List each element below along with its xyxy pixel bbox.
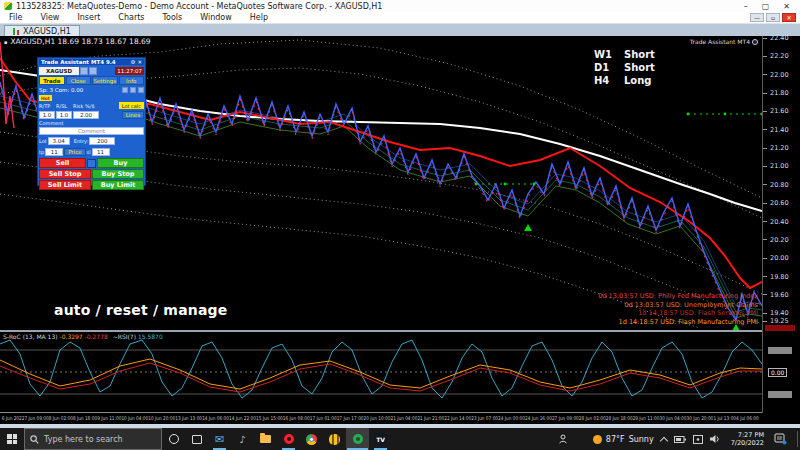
- panel-tab-close[interactable]: Close: [66, 76, 92, 85]
- time-axis-label: 10 Jun 04:00: [121, 415, 148, 421]
- start-button[interactable]: [0, 428, 24, 450]
- risk-input[interactable]: 2.00: [73, 111, 99, 119]
- panel-settings-gear-icon[interactable]: ⚙: [130, 59, 135, 65]
- bias-row: D1Short: [594, 61, 655, 74]
- price-tick: 21.00: [763, 162, 800, 170]
- time-axis-label: 1 Jul 13:00: [713, 415, 736, 421]
- volume-icon[interactable]: [710, 434, 721, 444]
- panel-mini-button-2[interactable]: [89, 67, 97, 75]
- panel-tab-info[interactable]: Info: [119, 76, 145, 85]
- price-tick: 22.20: [763, 52, 800, 60]
- buy-button[interactable]: Buy: [97, 158, 144, 168]
- windows-taskbar: Type here to search ✉ ♪ TV 87°F Sunny: [0, 428, 800, 450]
- tick-mark-icon: [763, 258, 767, 259]
- chart-close-button[interactable]: ✕: [782, 13, 796, 22]
- panel-eye-icon[interactable]: [122, 87, 128, 93]
- taskbar-search-box[interactable]: Type here to search: [24, 428, 162, 450]
- menu-charts[interactable]: Charts: [109, 13, 153, 22]
- panel-mini-button-1[interactable]: [80, 67, 88, 75]
- menu-insert[interactable]: Insert: [68, 13, 109, 22]
- weather-widget[interactable]: 87°F Sunny: [593, 435, 654, 444]
- sl-label: sl: [87, 149, 91, 155]
- metatrader-app-icon[interactable]: [346, 428, 369, 450]
- sell-button[interactable]: Sell: [39, 158, 86, 168]
- lot-calc-button[interactable]: Lot calc: [119, 102, 144, 109]
- ime-indicator-icon[interactable]: [693, 435, 703, 444]
- price-tick-label: 21.20: [770, 144, 789, 152]
- sell-limit-button[interactable]: Sell Limit: [39, 180, 91, 190]
- menu-view[interactable]: View: [31, 13, 68, 22]
- order-mode-toggle[interactable]: [87, 159, 96, 168]
- time-axis-label: 17 Jun 01:00: [310, 415, 337, 421]
- panel-tab-settings[interactable]: Settings: [92, 76, 118, 85]
- tick-mark-icon: [763, 221, 767, 222]
- task-view-icon[interactable]: [185, 428, 208, 450]
- time-axis-label: 30 Jun 20:00: [686, 415, 713, 421]
- hidden-icons-chevron[interactable]: [659, 436, 667, 444]
- panel-alert-icon[interactable]: [138, 87, 144, 93]
- people-icon[interactable]: [552, 428, 575, 450]
- lines-button[interactable]: Lines: [122, 111, 144, 119]
- panel-title-bar[interactable]: Trade Assistant MT4 9.4 ⚙ ✕: [39, 59, 144, 65]
- chart-area[interactable]: ▪ XAGUSD,H1 18.69 18.73 18.67 18.69 Trad…: [0, 36, 800, 424]
- window-close-button[interactable]: ✕: [783, 2, 790, 11]
- time-axis-label: 8 Jun 02:00: [49, 415, 73, 421]
- price-axis[interactable]: 22.4022.2022.0021.8021.6021.4021.2021.00…: [762, 36, 800, 413]
- sun-icon: [593, 435, 602, 444]
- price-tick-label: 21.40: [770, 126, 789, 134]
- tick-mark-icon: [763, 184, 767, 185]
- panel-tab-trade[interactable]: Trade: [39, 76, 65, 85]
- price-tick: 22.00: [763, 71, 800, 79]
- price-tick-label: 19.80: [770, 273, 789, 281]
- candle-timer: 11:27:07: [115, 67, 144, 75]
- comment-input[interactable]: Comment: [39, 127, 144, 135]
- taskbar-clock[interactable]: 7:27 PM 7/20/2022: [728, 431, 767, 447]
- buy-limit-button[interactable]: Buy Limit: [92, 180, 144, 190]
- lot-input[interactable]: 3.04: [48, 137, 70, 145]
- time-axis-label: 27 Jun 09:00: [552, 415, 579, 421]
- rtp-input[interactable]: 1.0: [39, 111, 55, 119]
- menu-tools[interactable]: Tools: [153, 13, 191, 22]
- price-tick-label: 21.80: [770, 89, 789, 97]
- rsl-input[interactable]: 1.0: [56, 111, 72, 119]
- mt4-logo-icon: [4, 2, 12, 10]
- menu-file[interactable]: File: [0, 13, 31, 22]
- tp-input[interactable]: 11: [45, 148, 63, 156]
- mail-app-icon[interactable]: ✉: [208, 428, 231, 450]
- window-maximize-button[interactable]: ▢: [762, 2, 770, 11]
- cortana-icon[interactable]: [162, 428, 185, 450]
- chart-minimize-button[interactable]: —: [750, 13, 764, 22]
- panel-screenshot-icon[interactable]: [130, 87, 136, 93]
- search-placeholder: Type here to search: [44, 435, 123, 444]
- chart-restore-button[interactable]: ▫: [766, 13, 780, 22]
- chrome-browser-icon[interactable]: [300, 428, 323, 450]
- price-button[interactable]: Price: [64, 148, 85, 156]
- window-minimize-button[interactable]: –: [744, 2, 748, 11]
- opera-browser-icon[interactable]: [277, 428, 300, 450]
- file-explorer-icon[interactable]: [254, 428, 277, 450]
- time-axis-label: 10 Jun 20:00: [148, 415, 175, 421]
- sroc-indicator-chart[interactable]: [0, 332, 762, 412]
- menu-window[interactable]: Window: [191, 13, 241, 22]
- tab-xagusd-h1[interactable]: XAGUSD,H1: [4, 25, 80, 36]
- action-center-icon[interactable]: [774, 433, 787, 445]
- music-app-icon[interactable]: ♪: [231, 428, 254, 450]
- trade-assistant-panel: Trade Assistant MT4 9.4 ⚙ ✕ XAGUSD 11:27…: [37, 57, 146, 186]
- time-axis-label: 15 Jun 15:00: [256, 415, 283, 421]
- sell-stop-button[interactable]: Sell Stop: [39, 169, 91, 179]
- time-axis[interactable]: 6 Jun 20227 Jun 09:008 Jun 02:008 Jun 18…: [0, 415, 761, 421]
- bee-app-icon[interactable]: [323, 428, 346, 450]
- bias-direction: Short: [624, 49, 655, 60]
- sl-input[interactable]: 11: [92, 148, 110, 156]
- time-axis-label: 9 Jun 11:00: [97, 415, 121, 421]
- tradingview-app-icon[interactable]: TV: [369, 428, 392, 450]
- symbol-field[interactable]: XAGUSD: [39, 67, 79, 75]
- info-circle-icon: i: [752, 39, 758, 45]
- panel-close-icon[interactable]: ✕: [137, 59, 142, 65]
- battery-icon[interactable]: [674, 435, 686, 444]
- buy-stop-button[interactable]: Buy Stop: [92, 169, 144, 179]
- entry-input[interactable]: 200: [89, 137, 115, 145]
- price-tick: 22.40: [763, 34, 800, 42]
- spread-commission-label: Sp: 3 Com: 0.00: [39, 87, 83, 93]
- menu-help[interactable]: Help: [241, 13, 277, 22]
